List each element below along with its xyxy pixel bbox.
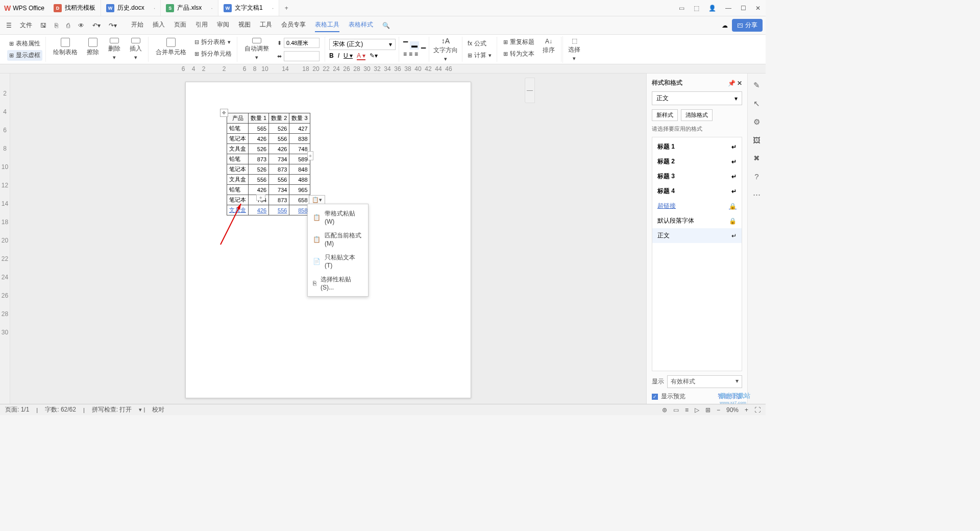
- tab-start[interactable]: 开始: [131, 18, 143, 32]
- redo-icon[interactable]: ↷▾: [106, 20, 120, 31]
- tab-page[interactable]: 页面: [174, 18, 186, 32]
- tab-view[interactable]: 视图: [238, 18, 251, 32]
- split-table[interactable]: ⊟ 拆分表格▾: [192, 37, 234, 47]
- view-outline-icon[interactable]: ≡: [685, 406, 689, 414]
- window-icon[interactable]: ▭: [679, 5, 684, 12]
- export-icon[interactable]: ⎘: [52, 20, 61, 31]
- text-direction[interactable]: ↕A文字方向▾: [430, 36, 461, 63]
- undo-icon[interactable]: ↶▾: [89, 20, 104, 31]
- tab-insert[interactable]: 插入: [153, 18, 165, 32]
- width-input[interactable]: [284, 51, 320, 61]
- page-status[interactable]: 页面: 1/1: [5, 405, 29, 414]
- menu-icon[interactable]: ☰: [3, 20, 15, 31]
- style-item[interactable]: 默认段落字体🔒: [652, 213, 742, 228]
- context-item[interactable]: 📄只粘贴文本(T): [308, 250, 368, 272]
- align-center[interactable]: ≡: [409, 51, 412, 58]
- context-item[interactable]: ⎘选择性粘贴(S)...: [308, 272, 368, 294]
- bold-button[interactable]: B: [329, 52, 334, 60]
- tools-icon[interactable]: ✖: [753, 154, 760, 163]
- delete[interactable]: 删除▾: [105, 37, 124, 62]
- preview-checkbox[interactable]: ✓: [652, 394, 658, 400]
- close-icon[interactable]: ·: [211, 4, 213, 12]
- maximize-icon[interactable]: ☐: [741, 5, 746, 12]
- context-item[interactable]: 📋匹配当前格式(M): [308, 228, 368, 250]
- add-tab-button[interactable]: +: [279, 0, 293, 16]
- pointer-icon[interactable]: ↖: [753, 99, 760, 108]
- collapse-panel-button[interactable]: —: [525, 78, 535, 103]
- fit-icon[interactable]: ⛶: [754, 406, 761, 414]
- tab-history[interactable]: W 历史.docx ·: [101, 0, 161, 16]
- italic-button[interactable]: I: [338, 52, 339, 60]
- word-count[interactable]: 字数: 62/62: [45, 405, 76, 414]
- review-status[interactable]: 校对: [152, 405, 164, 414]
- align-top[interactable]: ▔: [403, 41, 408, 50]
- convert-text[interactable]: ⊞ 转为文本: [501, 49, 536, 59]
- highlight-button[interactable]: ✎▾: [370, 52, 378, 60]
- col-width[interactable]: ⬌: [275, 50, 322, 62]
- close-icon[interactable]: ·: [154, 4, 156, 12]
- new-style-button[interactable]: 新样式: [652, 109, 678, 121]
- add-row-button[interactable]: +: [256, 195, 265, 201]
- document-page[interactable]: ✥ 产品数量 1数量 2数量 3铅笔565526427笔记本426556838文…: [185, 82, 471, 398]
- filter-select[interactable]: 有效样式▾: [667, 375, 742, 388]
- tab-member[interactable]: 会员专享: [281, 18, 306, 32]
- more-icon[interactable]: ⋯: [753, 190, 761, 199]
- tab-templates[interactable]: D 找稻壳模板: [48, 0, 101, 16]
- table-move-handle[interactable]: ✥: [220, 109, 228, 117]
- style-item[interactable]: 标题 4↵: [652, 184, 742, 199]
- show-gridlines[interactable]: ⊞ 显示虚框: [7, 50, 42, 61]
- align-right[interactable]: ≡: [414, 51, 418, 58]
- current-style-select[interactable]: 正文▾: [652, 91, 742, 105]
- style-item[interactable]: 标题 3↵: [652, 169, 742, 184]
- app-logo[interactable]: W WPS Office: [0, 0, 48, 16]
- settings-icon[interactable]: ⚙: [753, 117, 760, 127]
- tab-tools[interactable]: 工具: [260, 18, 272, 32]
- font-select[interactable]: 宋体 (正文)▾: [329, 39, 396, 50]
- context-item[interactable]: 📋带格式粘贴(W): [308, 206, 368, 228]
- calculate[interactable]: ⊞ 计算▾: [465, 50, 494, 61]
- minimize-icon[interactable]: —: [725, 5, 731, 12]
- style-item[interactable]: 超链接🔒: [652, 199, 742, 213]
- file-menu[interactable]: 文件: [17, 19, 35, 32]
- formula[interactable]: fx 公式: [465, 38, 494, 49]
- font-color-button[interactable]: A ▾: [357, 52, 365, 60]
- table-properties[interactable]: ⊞ 表格属性: [7, 38, 42, 49]
- style-item[interactable]: 标题 2↵: [652, 154, 742, 169]
- style-item[interactable]: 标题 1↵: [652, 139, 742, 154]
- tab-document1[interactable]: W 文字文稿1 ·: [218, 0, 279, 16]
- insert[interactable]: 插入▾: [127, 37, 145, 62]
- preview-icon[interactable]: 👁: [75, 20, 87, 31]
- tab-tablestyle[interactable]: 表格样式: [349, 18, 373, 32]
- data-table[interactable]: 产品数量 1数量 2数量 3铅笔565526427笔记本426556838文具盒…: [227, 113, 310, 215]
- close-window-icon[interactable]: ✕: [755, 5, 761, 12]
- search-icon[interactable]: 🔍: [379, 20, 393, 31]
- select[interactable]: ⬚选择▾: [562, 36, 583, 63]
- cloud-icon[interactable]: ☁: [722, 22, 728, 29]
- cube-icon[interactable]: ⬚: [694, 5, 699, 12]
- height-input[interactable]: [284, 38, 320, 48]
- row-height[interactable]: ⬍: [275, 37, 322, 49]
- zoom-level[interactable]: 90%: [726, 406, 739, 414]
- sort[interactable]: A↓排序: [540, 37, 558, 62]
- pencil-icon[interactable]: ✎: [753, 81, 760, 90]
- avatar-icon[interactable]: 👤: [708, 5, 716, 12]
- tab-tabletools[interactable]: 表格工具: [315, 18, 339, 32]
- clear-format-button[interactable]: 清除格式: [681, 109, 713, 121]
- align-bot[interactable]: ▁: [421, 41, 426, 50]
- align-left[interactable]: ≡: [403, 51, 407, 58]
- repeat-header[interactable]: ⊞ 重复标题: [501, 37, 536, 47]
- split-cells[interactable]: ⊞ 拆分单元格: [192, 49, 234, 59]
- print-icon[interactable]: ⎙: [63, 20, 73, 31]
- zoom-in[interactable]: +: [745, 406, 748, 414]
- tab-ref[interactable]: 引用: [195, 18, 208, 32]
- zoom-out[interactable]: −: [717, 406, 720, 414]
- tab-product[interactable]: S 产品.xlsx ·: [161, 0, 218, 16]
- save-icon[interactable]: 🖫: [37, 20, 50, 31]
- add-col-button[interactable]: +: [307, 151, 313, 160]
- status-icon[interactable]: ⊚: [662, 406, 667, 414]
- style-item[interactable]: 正文↵: [652, 228, 742, 243]
- erase[interactable]: 擦除: [84, 37, 102, 62]
- align-mid[interactable]: ▬: [410, 41, 419, 50]
- help-icon[interactable]: ?: [754, 172, 758, 181]
- image-icon[interactable]: 🖼: [753, 136, 761, 144]
